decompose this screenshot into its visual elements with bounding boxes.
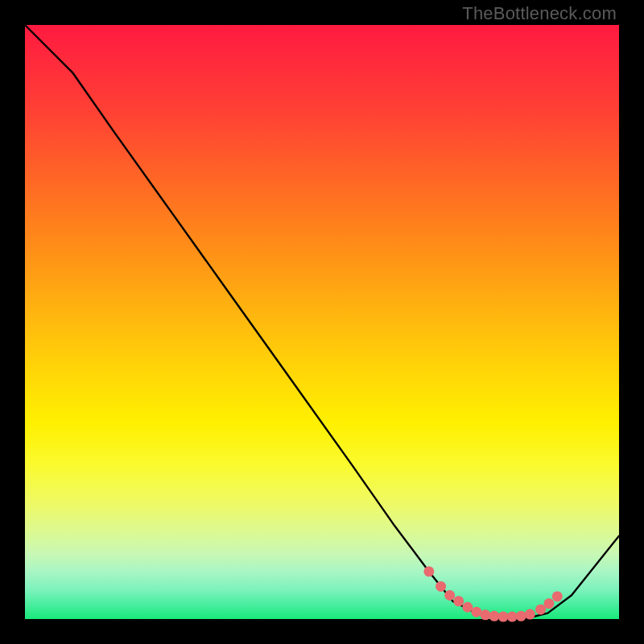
highlight-dot [489,611,500,621]
bottleneck-curve [25,25,619,619]
highlight-dot [498,612,509,622]
highlight-markers [423,566,562,621]
chart-frame: TheBottleneck.com [0,0,644,644]
attribution-label: TheBottleneck.com [462,3,617,24]
highlight-dot [543,598,554,609]
highlight-dot [436,581,446,592]
highlight-dot [480,609,490,620]
highlight-dot [453,596,464,606]
highlight-dot [552,591,563,601]
highlight-dot [507,612,518,622]
highlight-dot [462,602,473,613]
highlight-dot [444,590,455,601]
highlight-dot [525,609,535,620]
highlight-dot [423,566,434,576]
highlight-dot [516,611,526,621]
highlight-dot [471,607,481,617]
chart-overlay [25,25,619,619]
